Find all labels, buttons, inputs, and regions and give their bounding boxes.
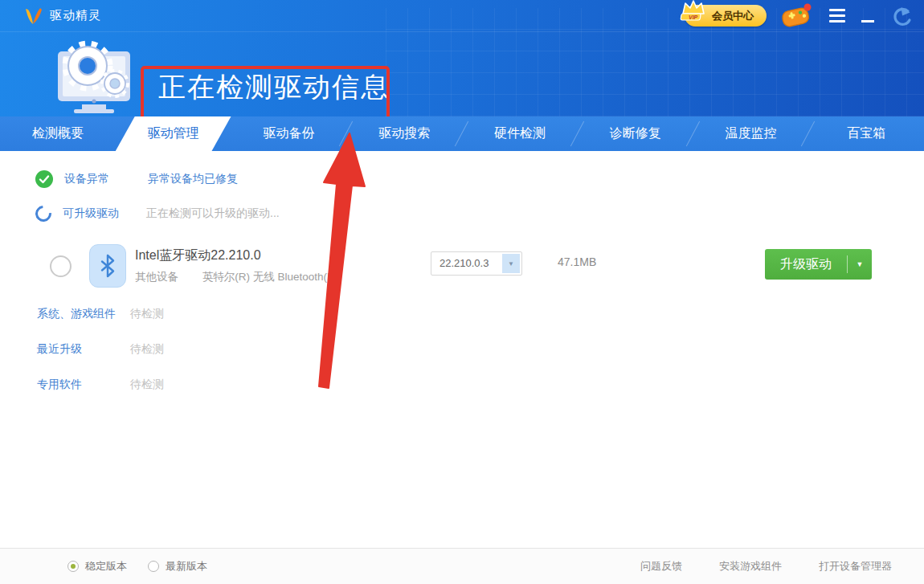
radio-unselected-icon[interactable] [148, 561, 159, 572]
vip-center-label: 会员中心 [712, 9, 754, 23]
section-row-system-game: 系统、游戏组件 待检测 [37, 307, 164, 321]
tab-driver-backup[interactable]: 驱动备份 [231, 116, 347, 151]
footer-bar: 稳定版本 最新版本 问题反馈 安装游戏组件 打开设备管理器 [0, 548, 924, 584]
status-label: 设备异常 [64, 172, 130, 186]
page-title: 正在检测驱动信息 [158, 69, 390, 106]
status-label: 可升级驱动 [63, 206, 129, 221]
version-dropdown[interactable]: 22.210.0.3 ▼ [431, 251, 522, 276]
link-feedback[interactable]: 问题反馈 [640, 559, 682, 574]
tab-driver-search[interactable]: 驱动搜索 [346, 116, 462, 151]
monitor-gears-illustration [50, 34, 138, 116]
section-label[interactable]: 最近升级 [37, 342, 127, 357]
app-name: 驱动精灵 [50, 8, 101, 23]
header-banner: 正在检测驱动信息 [0, 32, 924, 116]
driver-size: 47.1MB [558, 255, 596, 268]
tab-temperature-monitor[interactable]: 温度监控 [693, 116, 809, 151]
section-row-recent-upgrade: 最近升级 待检测 [37, 342, 164, 357]
link-install-game-components[interactable]: 安装游戏组件 [719, 559, 782, 574]
vip-crown-icon: VIP [678, 0, 709, 25]
status-value: 异常设备均已修复 [148, 172, 238, 186]
main-tab-bar: 检测概要 驱动管理 驱动备份 驱动搜索 硬件检测 诊断修复 温度监控 百宝箱 [0, 116, 924, 151]
footer-links: 问题反馈 安装游戏组件 打开设备管理器 [640, 559, 892, 574]
game-center-button[interactable] [779, 2, 813, 30]
driver-device: 英特尔(R) 无线 Bluetooth(R) [202, 271, 339, 283]
svg-text:VIP: VIP [689, 14, 698, 20]
dropdown-caret-icon[interactable]: ▼ [502, 254, 520, 273]
main-content: 设备异常 异常设备均已修复 可升级驱动 正在检测可以升级的驱动... Intel… [0, 151, 924, 548]
version-channel-radios: 稳定版本 最新版本 [67, 559, 207, 574]
tab-diagnose-repair[interactable]: 诊断修复 [578, 116, 693, 151]
driver-category: 其他设备 [135, 271, 178, 283]
vip-center-button[interactable]: VIP 会员中心 [685, 5, 767, 27]
version-value: 22.210.0.3 [440, 257, 489, 269]
section-label[interactable]: 专用软件 [37, 378, 127, 392]
driver-row-intel-bluetooth: Intel蓝牙驱动22.210.0 其他设备 英特尔(R) 无线 Bluetoo… [0, 241, 924, 292]
check-circle-icon [35, 170, 53, 188]
header: 驱动精灵 VIP 会员中心 [0, 0, 924, 116]
app-logo: 驱动精灵 [22, 6, 101, 27]
radio-label: 最新版本 [166, 559, 207, 574]
section-label[interactable]: 系统、游戏组件 [37, 307, 127, 321]
section-status: 待检测 [130, 307, 164, 321]
status-row-device-abnormal: 设备异常 异常设备均已修复 [35, 170, 238, 188]
spinner-icon [32, 202, 55, 225]
bluetooth-icon [89, 244, 126, 288]
radio-selected-icon[interactable] [67, 561, 79, 572]
driver-select-radio[interactable] [50, 255, 72, 277]
upgrade-driver-label: 升级驱动 [765, 256, 847, 273]
menu-icon[interactable] [826, 6, 848, 26]
titlebar-controls: VIP 会员中心 [685, 2, 913, 30]
section-status: 待检测 [130, 378, 164, 392]
driver-name: Intel蓝牙驱动22.210.0 [135, 247, 261, 264]
link-open-device-manager[interactable]: 打开设备管理器 [819, 559, 892, 574]
upgrade-driver-button[interactable]: 升级驱动 ▼ [765, 249, 872, 280]
tab-toolbox[interactable]: 百宝箱 [808, 116, 924, 151]
radio-stable-version[interactable]: 稳定版本 [67, 559, 127, 574]
undo-arrow-icon[interactable] [889, 5, 913, 27]
section-status: 待检测 [130, 342, 164, 357]
radio-latest-version[interactable]: 最新版本 [148, 559, 207, 574]
section-row-dedicated-software: 专用软件 待检测 [37, 378, 164, 392]
tab-overview[interactable]: 检测概要 [0, 116, 116, 151]
upgrade-options-caret-icon[interactable]: ▼ [848, 260, 872, 268]
tab-hardware-detect[interactable]: 硬件检测 [462, 116, 578, 151]
gamepad-icon [779, 2, 813, 30]
title-bar: 驱动精灵 VIP 会员中心 [0, 0, 924, 32]
status-value: 正在检测可以升级的驱动... [146, 206, 280, 221]
app-window: 驱动精灵 VIP 会员中心 [0, 0, 924, 584]
tab-driver-management[interactable]: 驱动管理 [116, 116, 231, 151]
minimize-icon[interactable] [861, 7, 876, 25]
logo-bird-icon [22, 6, 43, 27]
driver-subtitle: 其他设备 英特尔(R) 无线 Bluetooth(R) [135, 270, 338, 284]
status-row-upgradable-drivers: 可升级驱动 正在检测可以升级的驱动... [35, 206, 280, 222]
radio-label: 稳定版本 [85, 559, 127, 574]
